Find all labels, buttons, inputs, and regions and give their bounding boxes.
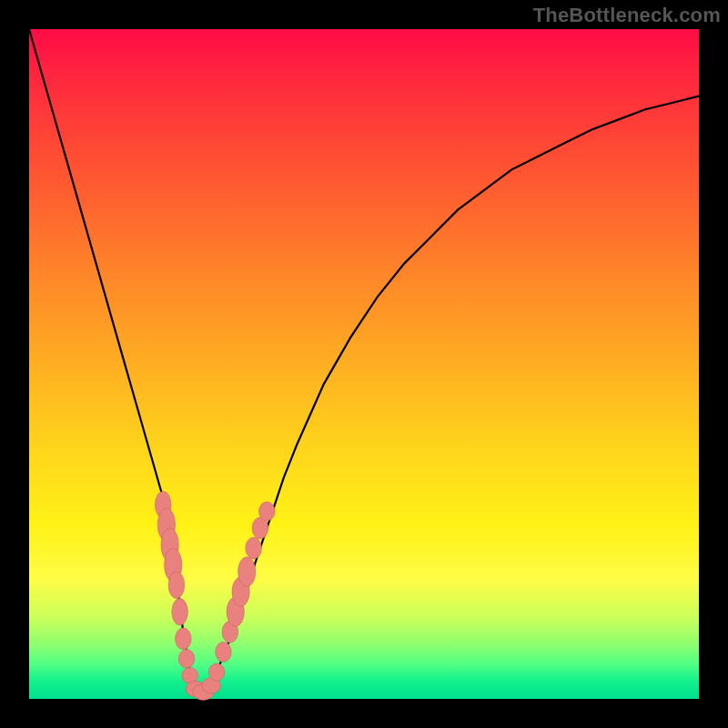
marker-point — [178, 650, 195, 669]
chart-area — [29, 29, 699, 699]
marker-point — [216, 642, 232, 662]
marker-point — [208, 663, 225, 681]
marker-point — [259, 502, 276, 521]
marker-point — [172, 599, 188, 625]
marker-point — [238, 557, 256, 586]
bottleneck-curve — [29, 29, 699, 693]
chart-svg — [29, 29, 699, 699]
marker-point — [168, 571, 185, 598]
marker-group — [155, 491, 275, 701]
marker-point — [246, 538, 262, 560]
marker-point — [176, 628, 192, 650]
watermark: TheBottleneck.com — [533, 4, 721, 27]
